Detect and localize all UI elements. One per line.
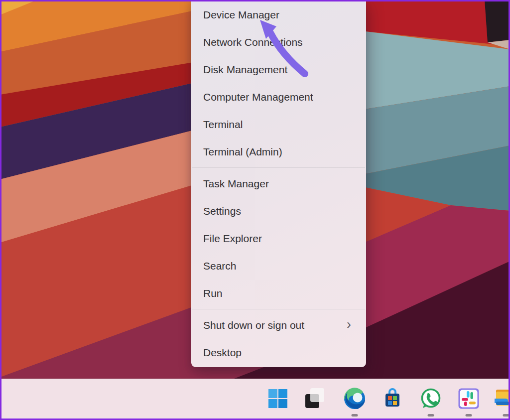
menu-item-task-manager[interactable]: Task Manager <box>191 170 366 197</box>
menu-item-disk-management[interactable]: Disk Management <box>191 56 366 83</box>
winx-menu: Device ManagerNetwork ConnectionsDisk Ma… <box>191 0 366 367</box>
menu-item-label: Terminal (Admin) <box>203 146 282 158</box>
menu-item-label: Shut down or sign out <box>203 319 304 331</box>
menu-item-network-connections[interactable]: Network Connections <box>191 28 366 56</box>
menu-item-label: File Explorer <box>203 233 262 245</box>
submenu-chevron-icon: › <box>347 318 351 331</box>
menu-item-computer-management[interactable]: Computer Management <box>191 83 366 111</box>
slack-icon <box>457 387 480 410</box>
menu-item-label: Terminal <box>203 119 243 131</box>
menu-separator <box>192 167 365 168</box>
taskbar <box>0 379 510 420</box>
menu-item-device-manager[interactable]: Device Manager <box>191 1 366 28</box>
windows-logo-icon <box>266 387 289 410</box>
menu-item-label: Disk Management <box>203 64 287 76</box>
menu-item-label: Desktop <box>203 347 242 359</box>
menu-item-file-explorer[interactable]: File Explorer <box>191 225 366 252</box>
edge-icon <box>343 387 366 410</box>
slack-button[interactable] <box>457 387 480 410</box>
running-indicator <box>466 414 472 417</box>
menu-item-label: Computer Management <box>203 91 313 103</box>
menu-item-settings[interactable]: Settings <box>191 197 366 225</box>
menu-item-label: Search <box>203 260 237 272</box>
menu-item-terminal-admin[interactable]: Terminal (Admin) <box>191 138 366 165</box>
menu-item-label: Run <box>203 287 223 299</box>
running-indicator <box>428 414 434 417</box>
menu-item-label: Device Manager <box>203 9 279 21</box>
whatsapp-icon <box>419 387 442 410</box>
microsoft-store-icon <box>381 387 404 410</box>
running-indicator <box>503 414 510 417</box>
desktop-screenshot: Device ManagerNetwork ConnectionsDisk Ma… <box>0 0 510 420</box>
menu-item-label: Network Connections <box>203 36 303 48</box>
menu-item-shut-down-or-sign-out[interactable]: Shut down or sign out› <box>191 311 366 339</box>
menu-item-search[interactable]: Search <box>191 252 366 280</box>
menu-separator <box>192 309 365 309</box>
winx-menu-list: Device ManagerNetwork ConnectionsDisk Ma… <box>191 0 366 367</box>
running-indicator <box>352 414 358 417</box>
menu-item-terminal[interactable]: Terminal <box>191 111 366 138</box>
task-view-icon <box>303 387 326 410</box>
menu-item-label: Task Manager <box>203 178 269 190</box>
whatsapp-button[interactable] <box>419 387 442 410</box>
menu-item-desktop[interactable]: Desktop <box>191 339 366 366</box>
menu-item-label: Settings <box>203 205 241 217</box>
edge-browser-button[interactable] <box>343 387 366 410</box>
menu-item-run[interactable]: Run <box>191 280 366 307</box>
folder-icon <box>495 387 510 410</box>
microsoft-store-button[interactable] <box>381 387 404 410</box>
start-button[interactable] <box>266 387 289 410</box>
files-app-button[interactable] <box>495 387 510 410</box>
task-view-button[interactable] <box>303 387 326 410</box>
